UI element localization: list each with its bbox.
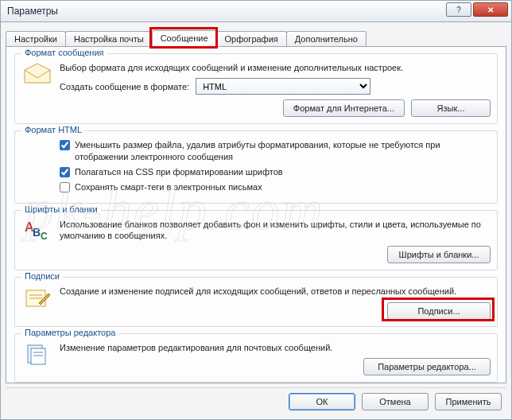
dialog-actions: ОК Отмена Применить — [6, 387, 506, 414]
message-format-desc: Выбор формата для исходящих сообщений и … — [60, 62, 491, 73]
tab-strip: Настройки Настройка почты Сообщение Орфо… — [6, 27, 506, 46]
tab-message[interactable]: Сообщение — [152, 30, 217, 47]
window-body: Настройки Настройка почты Сообщение Орфо… — [0, 22, 512, 420]
group-signatures: Подписи Создание и изменение подписей дл… — [14, 277, 498, 326]
window-title: Параметры — [7, 6, 58, 17]
apply-button[interactable]: Применить — [435, 393, 502, 410]
tab-settings[interactable]: Настройки — [6, 31, 66, 47]
tab-mail-setup[interactable]: Настройка почты — [65, 31, 153, 47]
group-legend: Параметры редактора — [21, 328, 118, 337]
chk-rely-css[interactable]: Полагаться на CSS при форматировании шри… — [60, 166, 491, 178]
group-message-format: Формат сообщения Выбор формата для исход… — [14, 53, 498, 124]
editor-pages-icon — [21, 342, 53, 366]
svg-text:B: B — [33, 226, 41, 239]
language-button[interactable]: Язык... — [411, 99, 491, 117]
envelope-icon — [21, 62, 53, 86]
group-legend: Подписи — [21, 271, 63, 281]
window-controls: ? ✕ — [446, 2, 508, 17]
fonts-button[interactable]: Шрифты и бланки... — [387, 246, 491, 263]
tab-panel: Формат сообщения Выбор формата для исход… — [6, 46, 506, 383]
editor-desc: Изменение параметров редактирования для … — [60, 342, 491, 353]
group-legend: Формат HTML — [21, 125, 85, 134]
internet-format-button[interactable]: Формат для Интернета... — [283, 99, 405, 117]
compose-format-label: Создать сообщение в формате: — [60, 82, 189, 91]
cancel-button[interactable]: Отмена — [362, 393, 429, 410]
chk-reduce-size-input[interactable] — [60, 140, 70, 150]
tab-advanced[interactable]: Дополнительно — [286, 31, 367, 47]
abc-icon: ABC — [21, 219, 53, 243]
tab-spelling[interactable]: Орфография — [216, 31, 287, 47]
group-html-format: Формат HTML Уменьшить размер файла, удал… — [14, 130, 498, 203]
pen-note-icon — [21, 286, 53, 309]
chk-smart-tags-input[interactable] — [60, 182, 70, 192]
svg-marker-0 — [25, 64, 50, 83]
title-bar: Параметры ? ✕ — [0, 0, 512, 22]
signatures-button[interactable]: Подписи... — [387, 302, 491, 320]
editor-options-button[interactable]: Параметры редактора... — [363, 358, 491, 375]
group-editor: Параметры редактора Изменение параметров… — [14, 333, 498, 383]
chk-smart-tags[interactable]: Сохранять смарт-теги в электронных письм… — [60, 181, 491, 193]
ok-button[interactable]: ОК — [289, 393, 355, 410]
svg-rect-9 — [31, 348, 45, 364]
compose-format-select[interactable]: HTML — [196, 78, 370, 95]
chk-rely-css-input[interactable] — [60, 167, 70, 177]
group-legend: Формат сообщения — [21, 48, 107, 57]
chk-reduce-size[interactable]: Уменьшить размер файла, удалив атрибуты … — [60, 139, 491, 163]
help-button[interactable]: ? — [446, 2, 471, 17]
group-legend: Шрифты и бланки — [21, 204, 101, 214]
sigs-desc: Создание и изменение подписей для исходя… — [60, 286, 491, 297]
svg-text:C: C — [41, 231, 48, 242]
close-button[interactable]: ✕ — [473, 2, 508, 17]
group-fonts: Шрифты и бланки ABC Использование бланко… — [14, 210, 498, 271]
fonts-desc: Использование бланков позволяет добавить… — [60, 219, 491, 242]
